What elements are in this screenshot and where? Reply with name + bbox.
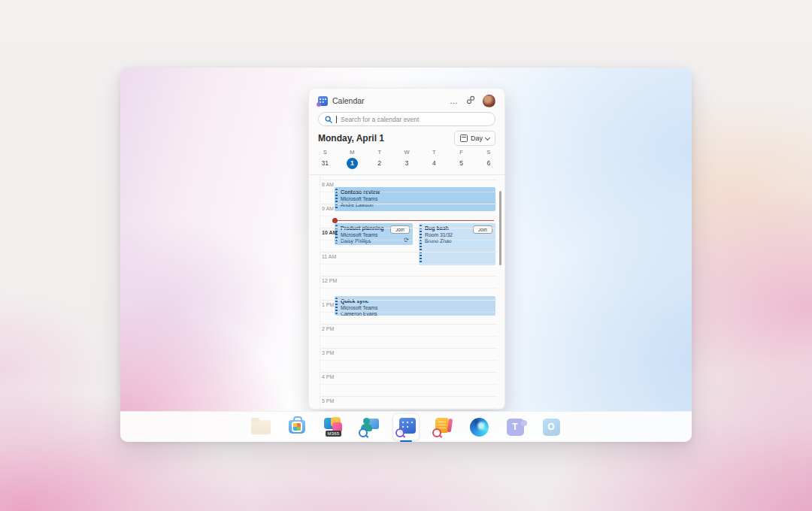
taskbar-journal-search[interactable] [430,414,456,440]
weekday-letter: S [475,149,502,156]
hour-line [320,252,497,252]
m365-badge: M365 [326,431,342,437]
hour-line [320,300,497,301]
calendar-app-icon [318,96,328,106]
half-hour-line [320,312,497,313]
event-product[interactable]: Product planningMicrosoft TeamsDaisy Phi… [335,223,413,245]
weekday-letter: T [366,149,393,156]
more-options-icon[interactable]: … [450,97,459,104]
taskbar-people-search[interactable] [356,414,382,440]
hour-line [320,180,497,180]
event-person: Bruno Zhao [425,238,492,244]
user-avatar[interactable] [483,95,495,107]
hour-line [320,228,497,228]
taskbar: M365 T O [120,411,692,442]
half-hour-line [320,288,497,289]
join-button[interactable]: Join [473,225,492,234]
event-contoso[interactable]: Contoso reviewMicrosoft TeamsAndre Lawso… [335,187,495,211]
people-search-icon [359,417,379,437]
weekday-letter: S [311,149,338,156]
taskbar-teams[interactable]: T [502,414,528,440]
link-icon[interactable] [466,94,475,107]
taskbar-calendar-search[interactable] [392,413,420,440]
search-icon [325,116,332,123]
event-title: Contoso review [341,189,492,196]
week-strip: SMTWTFS 31123456 [311,149,502,173]
taskbar-outlook[interactable]: O [538,414,564,440]
hour-label: 12 PM [322,278,344,283]
desktop-screen: Calendar … Monday, April 1 Day SMT [120,68,692,442]
event-quicksync[interactable]: Quick syncMicrosoft TeamsCameron Evans [335,296,495,316]
teams-icon: T [507,419,524,436]
day-number[interactable]: 6 [483,158,494,169]
date-heading: Monday, April 1 [318,133,384,144]
day-number[interactable]: 5 [456,158,467,169]
outlook-icon: O [543,419,560,436]
hour-label: 3 PM [322,350,344,355]
hour-line [320,324,497,325]
event-accent-bar [420,225,422,264]
m365-app-icon: M365 [323,417,344,437]
hour-line [320,276,497,277]
hour-label: 11 AM [322,254,344,259]
current-time-line [335,220,494,221]
taskbar-edge[interactable] [466,414,492,440]
day-grid[interactable]: Contoso reviewMicrosoft TeamsAndre Lawso… [309,175,504,409]
weekday-letter: W [393,149,420,156]
calendar-titlebar: Calendar … [309,89,504,108]
half-hour-line [320,360,497,361]
weekday-letter: F [447,149,474,156]
calendar-window: Calendar … Monday, April 1 Day SMT [308,88,505,410]
hour-label: 9 AM [322,206,344,211]
half-hour-line [320,384,497,385]
edge-icon [470,418,489,437]
window-title: Calendar [332,96,365,105]
event-person: Daisy Phillips [341,238,409,244]
event-location: Microsoft Teams [341,196,492,202]
microsoft-store-icon [289,420,305,434]
event-bugbash[interactable]: Bug bashRoom 31/32Bruno ZhaoJoin [419,223,495,265]
day-number[interactable]: 3 [401,158,412,169]
hour-label: 4 PM [322,374,344,379]
journal-search-icon [433,417,453,437]
hour-line [320,348,497,349]
taskbar-file-explorer[interactable] [248,414,274,440]
file-explorer-icon [251,420,271,434]
hour-line [320,396,497,397]
day-number[interactable]: 4 [429,158,440,169]
event-person: Andre Lawson [341,202,492,208]
scrollbar-thumb[interactable] [499,191,501,265]
hour-line [320,204,497,204]
taskbar-microsoft-store[interactable] [284,414,310,440]
view-selector-label: Day [471,135,483,142]
active-app-indicator [400,440,412,442]
scrollbar[interactable] [499,175,501,404]
text-caret [336,116,337,123]
weekday-letter: T [420,149,447,156]
half-hour-line [320,240,497,240]
day-number[interactable]: 2 [374,158,385,169]
view-selector-button[interactable]: Day [454,131,495,146]
taskbar-m365-app[interactable]: M365 [320,414,346,440]
event-location: Microsoft Teams [341,305,492,311]
join-button[interactable]: Join [390,225,410,234]
gutter-line [320,175,320,409]
hour-line [320,372,497,373]
half-hour-line [320,264,497,265]
search-bar[interactable] [318,112,495,126]
half-hour-line [320,336,497,337]
calendar-search-icon [397,418,416,436]
selected-day[interactable]: 1 [347,158,358,169]
half-hour-line [320,408,497,409]
weekday-letter: M [338,149,365,156]
calendar-view-icon [460,135,468,142]
recurrence-icon: ⟳ [404,237,409,243]
hour-label: 2 PM [322,326,344,331]
current-time-dot [332,218,338,223]
search-input[interactable] [341,116,489,123]
half-hour-line [320,216,497,216]
day-number[interactable]: 31 [320,158,331,169]
chevron-down-icon [485,135,490,140]
hour-label: 10 AM [322,230,344,235]
hour-label: 8 AM [322,182,344,187]
